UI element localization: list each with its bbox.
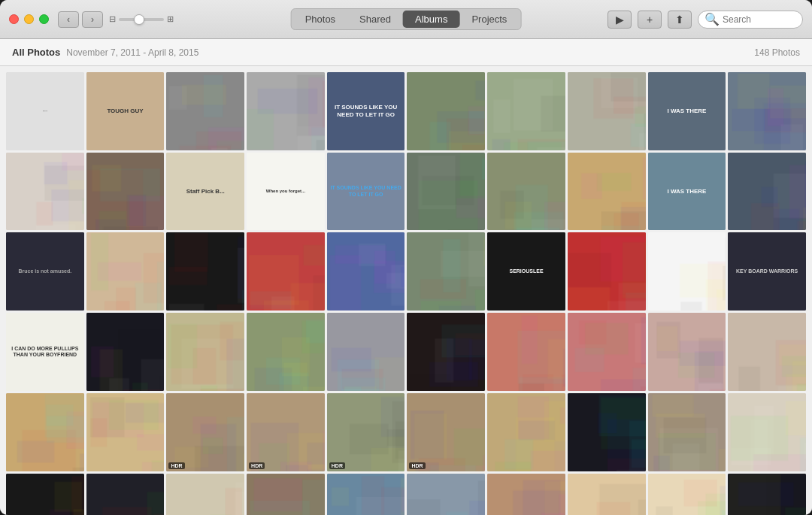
photo-cell[interactable]: I WAS THERE [648,153,726,231]
traffic-lights [9,14,49,24]
photo-cell[interactable]: IT SOUNDS LIKE YOU NEED TO LET IT GO [327,153,405,231]
photo-cell[interactable] [407,313,485,391]
photo-cell[interactable]: Staff Pick B... [166,153,244,231]
forward-button[interactable]: › [82,11,103,28]
main-content[interactable]: ···TOUGH GUYIT SOUNDS LIKE YOU NEED TO L… [0,66,812,515]
photo-cell[interactable] [327,313,405,391]
photo-cell[interactable]: KEY BOARD WARRIORS [728,232,806,311]
photo-cell[interactable] [648,313,726,391]
photo-canvas [728,393,806,471]
zoom-slider-area: ⊟ ⊞ [109,14,174,24]
photo-cell[interactable] [648,232,726,311]
photo-cell[interactable] [487,393,565,471]
photo-cell[interactable]: ··· [6,72,84,150]
photo-cell[interactable] [487,72,565,150]
back-button[interactable]: ‹ [58,11,79,28]
photo-cell[interactable] [407,474,485,515]
photo-cell[interactable]: HDR [327,393,405,471]
photo-cell[interactable] [247,232,325,311]
photo-cell[interactable] [568,153,646,231]
photo-canvas [86,313,165,391]
tab-shared[interactable]: Shared [347,11,403,28]
photo-cell[interactable] [247,313,325,391]
photo-canvas [86,232,165,311]
photo-cell[interactable] [6,393,84,471]
breadcrumb: All Photos November 7, 2011 - April 8, 2… [12,47,198,58]
photo-canvas [487,313,565,391]
photo-cell[interactable]: When you forget... [247,153,325,231]
zoom-slider[interactable] [119,18,164,21]
add-button[interactable]: + [638,11,662,29]
photo-cell[interactable] [487,313,565,391]
hdr-badge: HDR [409,462,425,469]
photo-cell[interactable] [728,153,806,231]
photo-canvas [568,393,646,471]
photo-cell[interactable] [568,313,646,391]
photo-canvas [327,474,405,515]
photo-cell[interactable] [166,72,244,150]
photo-cell[interactable] [86,232,165,311]
maximize-button[interactable] [39,14,49,24]
photo-cell[interactable] [6,153,84,231]
photo-cell[interactable]: HDR [166,393,244,471]
photo-cell[interactable]: I WAS THERE [648,72,726,150]
photo-cell[interactable] [166,232,244,311]
search-icon: 🔍 [704,12,720,26]
zoom-thumb [134,14,144,25]
photo-cell[interactable]: HDR [568,474,646,515]
photo-cell[interactable]: TOUGH GUY [86,72,165,150]
photo-canvas [166,232,244,311]
photo-canvas [247,393,325,471]
tab-photos[interactable]: Photos [293,11,347,28]
hdr-badge: HDR [168,462,184,469]
photo-cell[interactable] [86,313,165,391]
photo-cell[interactable]: SERIOUSLEE [487,232,565,311]
photo-cell[interactable] [568,393,646,471]
play-button[interactable]: ▶ [607,11,632,29]
tab-projects[interactable]: Projects [459,11,519,28]
photo-cell[interactable]: I CAN DO MORE PULLUPS THAN YOUR BOYFRIEN… [6,313,84,391]
photo-cell[interactable] [327,474,405,515]
photo-cell[interactable] [487,153,565,231]
close-button[interactable] [9,14,19,24]
photo-canvas [86,393,165,471]
photo-cell[interactable] [247,474,325,515]
photo-canvas [568,232,646,311]
share-button[interactable]: ⬆ [668,11,692,29]
photo-cell[interactable] [568,72,646,150]
photo-canvas [327,393,405,471]
photo-cell[interactable] [728,72,806,150]
photo-cell[interactable]: HDR [648,474,726,515]
photo-cell[interactable]: IT SOUNDS LIKE YOU NEED TO LET IT GO [327,72,405,150]
photo-canvas [327,313,405,391]
photo-cell[interactable] [86,474,165,515]
minimize-button[interactable] [24,14,34,24]
photo-canvas [407,153,485,231]
photo-cell[interactable] [86,393,165,471]
photo-cell[interactable]: HDR [247,393,325,471]
photo-canvas [407,72,485,150]
photo-canvas [86,153,165,231]
photo-cell[interactable] [166,313,244,391]
photo-cell[interactable] [407,72,485,150]
photo-cell[interactable] [407,232,485,311]
photo-cell[interactable] [327,232,405,311]
photo-cell[interactable] [86,153,165,231]
search-box[interactable]: 🔍 [698,11,803,29]
tab-albums[interactable]: Albums [403,11,459,28]
photo-cell[interactable]: Bruce is not amused. [6,232,84,311]
photo-cell[interactable]: HDR [487,474,565,515]
photo-cell[interactable] [568,232,646,311]
photo-cell[interactable]: HDR [407,393,485,471]
search-input[interactable] [723,14,796,25]
photo-cell[interactable] [166,474,244,515]
photo-cell[interactable] [728,474,806,515]
photo-canvas [6,393,84,471]
photo-canvas [407,313,485,391]
photo-cell[interactable] [728,393,806,471]
photo-cell[interactable] [648,393,726,471]
photo-cell[interactable] [247,72,325,150]
photo-cell[interactable] [407,153,485,231]
photo-cell[interactable] [728,313,806,391]
photo-cell[interactable] [6,474,84,515]
